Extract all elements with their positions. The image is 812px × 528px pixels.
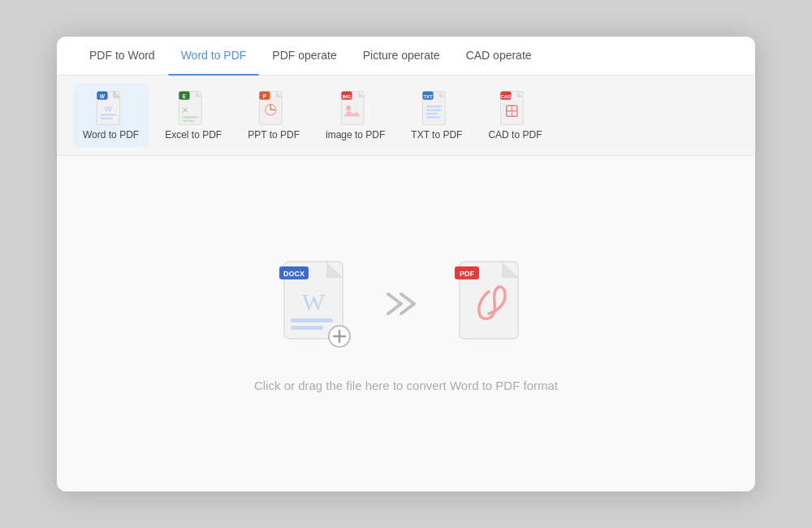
source-file-icon: DOCX W <box>278 255 359 353</box>
svg-text:W: W <box>99 93 105 99</box>
subtool-cad-to-pdf-label: CAD to PDF <box>488 129 542 141</box>
tab-cad-operate[interactable]: CAD operate <box>453 37 545 75</box>
tab-word-to-pdf[interactable]: Word to PDF <box>168 37 260 75</box>
svg-text:✕: ✕ <box>183 106 189 115</box>
subtool-cad-to-pdf[interactable]: CAD CAD to PDF <box>478 84 551 147</box>
svg-text:W: W <box>302 288 326 315</box>
main-content[interactable]: DOCX W <box>57 156 755 491</box>
svg-text:TXT: TXT <box>423 94 432 99</box>
conversion-visual: DOCX W <box>278 255 534 353</box>
svg-text:E: E <box>183 93 187 99</box>
subtool-excel-to-pdf-label: Excel to PDF <box>165 129 222 141</box>
pdf-file-svg: PDF <box>453 255 534 353</box>
ppt-to-pdf-icon: P <box>256 90 292 126</box>
image-to-pdf-icon: IMG <box>338 90 374 126</box>
arrow-icon <box>385 288 427 320</box>
txt-to-pdf-icon: TXT <box>419 90 455 126</box>
subtool-image-to-pdf[interactable]: IMG image to PDF <box>316 84 395 147</box>
svg-rect-13 <box>183 116 198 118</box>
word-to-pdf-icon: W W <box>93 90 129 126</box>
svg-rect-32 <box>426 116 441 118</box>
svg-text:CAD: CAD <box>501 94 512 99</box>
target-file-icon: PDF <box>453 255 534 353</box>
svg-rect-14 <box>183 120 195 122</box>
svg-text:IMG: IMG <box>342 94 352 99</box>
svg-text:P: P <box>263 93 267 99</box>
sub-toolbar: W W Word to PDF E ✕ Excel to PDF <box>57 76 755 156</box>
drop-label: Click or drag the file here to convert W… <box>254 379 558 392</box>
svg-text:DOCX: DOCX <box>283 270 304 278</box>
tab-pdf-to-word[interactable]: PDF to Word <box>76 37 168 75</box>
subtool-txt-to-pdf[interactable]: TXT TXT to PDF <box>401 84 472 147</box>
svg-rect-45 <box>291 318 333 322</box>
svg-rect-6 <box>100 114 115 115</box>
cad-to-pdf-icon: CAD <box>497 90 533 126</box>
drop-area[interactable]: DOCX W <box>73 172 739 475</box>
app-window: PDF to Word Word to PDF PDF operate Pict… <box>57 37 755 491</box>
docx-file-svg: DOCX W <box>278 255 359 353</box>
svg-rect-29 <box>426 106 442 107</box>
subtool-word-to-pdf[interactable]: W W Word to PDF <box>73 84 149 147</box>
nav-tabs: PDF to Word Word to PDF PDF operate Pict… <box>57 37 755 76</box>
svg-rect-30 <box>426 109 442 110</box>
subtool-ppt-to-pdf[interactable]: P PPT to PDF <box>238 84 309 147</box>
double-chevron-svg <box>385 288 427 320</box>
subtool-word-to-pdf-label: Word to PDF <box>83 129 139 141</box>
excel-to-pdf-icon: E ✕ <box>175 90 211 126</box>
subtool-image-to-pdf-label: image to PDF <box>326 129 385 141</box>
svg-rect-46 <box>291 326 323 330</box>
subtool-txt-to-pdf-label: TXT to PDF <box>411 129 462 141</box>
svg-rect-7 <box>100 118 112 119</box>
svg-point-24 <box>346 106 351 110</box>
subtool-ppt-to-pdf-label: PPT to PDF <box>248 129 300 141</box>
subtool-excel-to-pdf[interactable]: E ✕ Excel to PDF <box>155 84 231 147</box>
tab-pdf-operate[interactable]: PDF operate <box>259 37 349 75</box>
svg-rect-31 <box>426 113 438 115</box>
tab-picture-operate[interactable]: Picture operate <box>350 37 453 75</box>
svg-text:W: W <box>104 104 111 113</box>
svg-text:PDF: PDF <box>460 270 475 278</box>
